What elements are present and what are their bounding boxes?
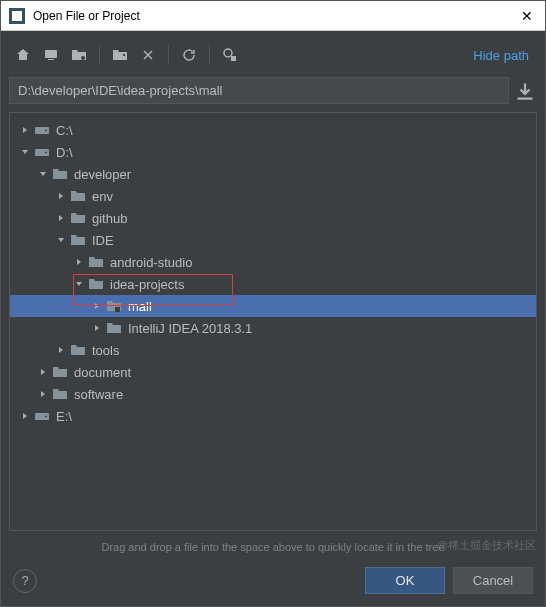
tree-label: github: [92, 211, 127, 226]
drive-icon: [34, 122, 50, 138]
tree-row[interactable]: IntelliJ IDEA 2018.3.1: [10, 317, 536, 339]
separator: [168, 45, 169, 65]
new-folder-icon[interactable]: [108, 43, 132, 67]
chevron-right-icon[interactable]: [38, 367, 48, 377]
chevron-right-icon[interactable]: [74, 257, 84, 267]
folder-icon: [70, 210, 86, 226]
path-input[interactable]: [9, 77, 509, 104]
svg-rect-0: [45, 50, 57, 58]
folder-icon: [106, 320, 122, 336]
chevron-right-icon[interactable]: [92, 301, 102, 311]
folder-icon: [52, 386, 68, 402]
tree-label: env: [92, 189, 113, 204]
drive-icon: [34, 144, 50, 160]
tree-label: IDE: [92, 233, 114, 248]
tree-label: android-studio: [110, 255, 192, 270]
dialog-content: Hide path C:\D:\developerenvgithubIDEand…: [1, 31, 545, 606]
desktop-icon[interactable]: [39, 43, 63, 67]
tree-label: E:\: [56, 409, 72, 424]
path-row: [9, 77, 537, 104]
svg-rect-1: [48, 59, 54, 60]
tree-label: IntelliJ IDEA 2018.3.1: [128, 321, 252, 336]
tree-row[interactable]: C:\: [10, 119, 536, 141]
toolbar: Hide path: [9, 39, 537, 71]
tree-row[interactable]: D:\: [10, 141, 536, 163]
home-icon[interactable]: [11, 43, 35, 67]
chevron-right-icon[interactable]: [20, 125, 30, 135]
show-hidden-icon[interactable]: [218, 43, 242, 67]
tree-label: developer: [74, 167, 131, 182]
help-button[interactable]: ?: [13, 569, 37, 593]
tree-label: mall: [128, 299, 152, 314]
chevron-right-icon[interactable]: [56, 213, 66, 223]
app-icon: [9, 8, 25, 24]
tree-row[interactable]: tools: [10, 339, 536, 361]
chevron-down-icon[interactable]: [38, 169, 48, 179]
tree-row[interactable]: IDE: [10, 229, 536, 251]
chevron-down-icon[interactable]: [20, 147, 30, 157]
folder-icon: [70, 232, 86, 248]
tree-row[interactable]: mall: [10, 295, 536, 317]
svg-point-3: [224, 49, 232, 57]
delete-icon[interactable]: [136, 43, 160, 67]
svg-rect-4: [231, 56, 236, 61]
project-folder-icon: [106, 298, 122, 314]
watermark: @稀土掘金技术社区: [437, 538, 536, 553]
titlebar: Open File or Project ✕: [1, 1, 545, 31]
footer: ? OK Cancel: [9, 559, 537, 598]
svg-point-6: [45, 130, 47, 132]
chevron-right-icon[interactable]: [38, 389, 48, 399]
svg-point-2: [81, 56, 85, 60]
file-tree[interactable]: C:\D:\developerenvgithubIDEandroid-studi…: [9, 112, 537, 531]
tree-row[interactable]: idea-projects: [10, 273, 536, 295]
folder-icon: [88, 276, 104, 292]
ok-button[interactable]: OK: [365, 567, 445, 594]
tree-wrap: C:\D:\developerenvgithubIDEandroid-studi…: [9, 104, 537, 531]
tree-row[interactable]: developer: [10, 163, 536, 185]
hide-path-link[interactable]: Hide path: [473, 48, 535, 63]
tree-row[interactable]: E:\: [10, 405, 536, 427]
chevron-down-icon[interactable]: [74, 279, 84, 289]
folder-icon: [88, 254, 104, 270]
chevron-right-icon[interactable]: [20, 411, 30, 421]
tree-label: software: [74, 387, 123, 402]
tree-label: C:\: [56, 123, 73, 138]
folder-icon: [52, 166, 68, 182]
tree-label: document: [74, 365, 131, 380]
chevron-down-icon[interactable]: [56, 235, 66, 245]
cancel-button[interactable]: Cancel: [453, 567, 533, 594]
download-icon[interactable]: [513, 79, 537, 103]
separator: [99, 45, 100, 65]
tree-label: D:\: [56, 145, 73, 160]
folder-icon: [70, 342, 86, 358]
svg-point-8: [45, 152, 47, 154]
tree-row[interactable]: env: [10, 185, 536, 207]
folder-icon: [70, 188, 86, 204]
svg-rect-9: [115, 307, 120, 312]
tree-row[interactable]: android-studio: [10, 251, 536, 273]
tree-row[interactable]: github: [10, 207, 536, 229]
tree-row[interactable]: software: [10, 383, 536, 405]
tree-label: idea-projects: [110, 277, 184, 292]
folder-icon: [52, 364, 68, 380]
tree-label: tools: [92, 343, 119, 358]
chevron-right-icon[interactable]: [92, 323, 102, 333]
project-folder-icon[interactable]: [67, 43, 91, 67]
chevron-right-icon[interactable]: [56, 345, 66, 355]
refresh-icon[interactable]: [177, 43, 201, 67]
chevron-right-icon[interactable]: [56, 191, 66, 201]
svg-point-11: [45, 416, 47, 418]
close-icon[interactable]: ✕: [517, 8, 537, 24]
separator: [209, 45, 210, 65]
window-title: Open File or Project: [33, 9, 517, 23]
tree-row[interactable]: document: [10, 361, 536, 383]
drive-icon: [34, 408, 50, 424]
